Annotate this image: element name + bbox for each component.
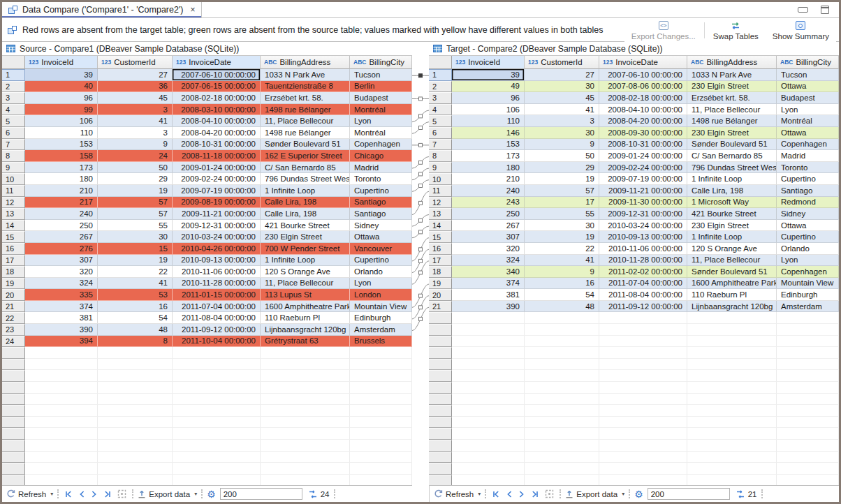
cell-cu[interactable]: 16 xyxy=(98,301,173,313)
cell-dt[interactable]: 2007-06-10 00:00:00 xyxy=(173,69,261,81)
row-number[interactable]: 17 xyxy=(429,255,452,267)
cell-ct[interactable]: Copenhagen xyxy=(350,139,412,151)
cell-dt[interactable]: 2010-09-13 00:00:00 xyxy=(173,255,261,267)
cell-ct[interactable]: Ottawa xyxy=(350,231,412,243)
row-number[interactable]: 9 xyxy=(429,162,452,174)
first-row-icon[interactable] xyxy=(64,490,73,498)
cell-id[interactable]: 39 xyxy=(25,69,98,81)
cell-ad[interactable]: 1600 Amphitheatre Parkway xyxy=(687,278,777,290)
row-number[interactable] xyxy=(2,452,25,464)
column-header-cu[interactable]: 123CustomerId xyxy=(98,56,173,69)
cell-cu[interactable]: 48 xyxy=(98,324,173,336)
cell-cu[interactable]: 41 xyxy=(525,104,599,116)
row-number-corner[interactable] xyxy=(429,56,452,69)
cell-ad[interactable]: 110 Raeburn Pl xyxy=(687,289,777,301)
cell-cu[interactable]: 41 xyxy=(98,115,173,127)
row-number[interactable] xyxy=(2,359,25,371)
row-number[interactable]: 19 xyxy=(2,278,25,290)
row-number[interactable]: 4 xyxy=(429,104,452,116)
previous-row-icon[interactable] xyxy=(78,490,85,498)
cell-cu[interactable]: 9 xyxy=(525,266,599,278)
cell-id[interactable]: 340 xyxy=(452,266,525,278)
cell-dt[interactable]: 2009-12-31 00:00:00 xyxy=(173,220,261,232)
cell-ct[interactable]: Madrid xyxy=(350,162,412,174)
cell-cu[interactable]: 50 xyxy=(98,162,173,174)
cell-ad[interactable]: Lijnbaansgracht 120bg xyxy=(261,324,350,336)
cell-dt[interactable]: 2008-09-30 00:00:00 xyxy=(599,127,687,139)
row-number[interactable] xyxy=(429,394,452,406)
export-changes-button[interactable]: <> Export Changes... xyxy=(624,19,703,42)
cell-cu[interactable]: 29 xyxy=(525,162,599,174)
cell-ad[interactable]: Lijnbaansgracht 120bg xyxy=(687,301,777,313)
cell-dt[interactable]: 2007-06-15 00:00:00 xyxy=(173,81,261,93)
cell-ad[interactable]: 113 Lupus St xyxy=(261,289,350,301)
cell-id[interactable]: 374 xyxy=(452,278,525,290)
cell-cu[interactable]: 19 xyxy=(98,185,173,197)
cell-dt[interactable]: 2008-04-20 00:00:00 xyxy=(173,127,261,139)
cell-dt[interactable]: 2009-08-19 00:00:00 xyxy=(173,197,261,209)
cell-id[interactable]: 217 xyxy=(25,197,98,209)
row-number[interactable] xyxy=(429,336,452,348)
row-number[interactable] xyxy=(2,440,25,452)
cell-dt[interactable]: 2009-02-24 00:00:00 xyxy=(599,162,687,174)
swap-tables-button[interactable]: Swap Tables xyxy=(706,19,766,42)
cell-cu[interactable]: 27 xyxy=(525,69,599,81)
cell-cu[interactable]: 27 xyxy=(98,69,173,81)
cell-ct[interactable]: Redmond xyxy=(777,197,839,209)
cell-cu[interactable]: 55 xyxy=(98,220,173,232)
cell-id[interactable]: 307 xyxy=(452,231,525,243)
cell-ct[interactable]: Amsterdam xyxy=(350,324,412,336)
row-number[interactable]: 11 xyxy=(429,185,452,197)
row-number[interactable]: 21 xyxy=(2,301,25,313)
cell-cu[interactable]: 30 xyxy=(525,81,599,93)
cell-dt[interactable]: 2009-02-24 00:00:00 xyxy=(173,173,261,185)
cell-id[interactable]: 146 xyxy=(452,127,525,139)
row-number[interactable] xyxy=(429,405,452,417)
row-number[interactable] xyxy=(429,463,452,475)
cell-cu[interactable]: 22 xyxy=(98,266,173,278)
cell-ct[interactable]: Santiago xyxy=(350,208,412,220)
fetch-settings-gear-icon[interactable]: ⚙ xyxy=(207,489,216,499)
cell-cu[interactable]: 41 xyxy=(525,255,599,267)
cell-cu[interactable]: 22 xyxy=(525,243,599,255)
cell-id[interactable]: 324 xyxy=(452,255,525,267)
cell-ad[interactable]: 120 S Orange Ave xyxy=(261,266,350,278)
row-number[interactable]: 2 xyxy=(2,81,25,93)
cell-id[interactable]: 173 xyxy=(452,150,525,162)
row-number[interactable]: 24 xyxy=(2,336,25,348)
cell-ct[interactable]: Orlando xyxy=(777,243,839,255)
column-header-id[interactable]: 123InvoiceId xyxy=(452,56,525,69)
cell-dt[interactable]: 2011-07-04 00:00:00 xyxy=(599,278,687,290)
row-number[interactable] xyxy=(2,475,25,485)
row-number[interactable]: 14 xyxy=(429,220,452,232)
cell-dt[interactable]: 2008-04-20 00:00:00 xyxy=(599,115,687,127)
cell-id[interactable]: 153 xyxy=(452,139,525,151)
cell-id[interactable]: 320 xyxy=(25,266,98,278)
row-number[interactable]: 15 xyxy=(429,231,452,243)
cell-ct[interactable]: Edinburgh xyxy=(777,289,839,301)
next-row-icon[interactable] xyxy=(518,490,525,498)
cell-dt[interactable]: 2010-11-28 00:00:00 xyxy=(599,255,687,267)
cell-ct[interactable]: Ottawa xyxy=(777,220,839,232)
row-number[interactable] xyxy=(429,359,452,371)
row-number[interactable]: 21 xyxy=(429,301,452,313)
cell-ct[interactable]: Sidney xyxy=(777,208,839,220)
cell-dt[interactable]: 2009-01-24 00:00:00 xyxy=(173,162,261,174)
minimize-icon[interactable] xyxy=(798,7,808,13)
fetch-settings-gear-icon[interactable]: ⚙ xyxy=(634,489,643,499)
cell-id[interactable]: 390 xyxy=(25,324,98,336)
row-number[interactable] xyxy=(2,405,25,417)
cell-dt[interactable]: 2011-09-12 00:00:00 xyxy=(173,324,261,336)
cell-ct[interactable]: Cupertino xyxy=(350,185,412,197)
cell-ad[interactable]: Sønder Boulevard 51 xyxy=(687,266,777,278)
cell-ad[interactable]: Calle Lira, 198 xyxy=(261,208,350,220)
cell-id[interactable]: 276 xyxy=(25,243,98,255)
cell-ad[interactable]: 230 Elgin Street xyxy=(687,220,777,232)
cell-cu[interactable]: 45 xyxy=(98,92,173,104)
cell-ct[interactable]: Lyon xyxy=(777,104,839,116)
cell-dt[interactable]: 2011-09-12 00:00:00 xyxy=(599,301,687,313)
cell-id[interactable]: 49 xyxy=(452,81,525,93)
cell-id[interactable]: 180 xyxy=(25,173,98,185)
previous-row-icon[interactable] xyxy=(506,490,513,498)
cell-dt[interactable]: 2009-07-19 00:00:00 xyxy=(599,173,687,185)
